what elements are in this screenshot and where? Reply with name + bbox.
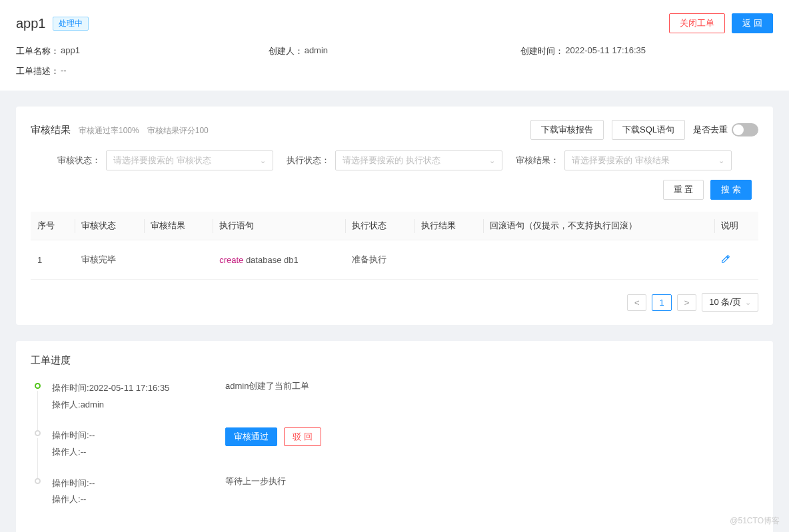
timeline-dot-done-icon: [35, 383, 41, 389]
creator-field: 创建人： admin: [269, 45, 521, 57]
pagination: < 1 > 10 条/页 ⌄: [31, 293, 758, 312]
cell-seq: 1: [31, 240, 75, 280]
reject-button[interactable]: 驳 回: [284, 427, 321, 446]
audit-result-card: 审核结果 审核通过率100% 审核结果评分100 下载审核报告 下载SQL语句 …: [16, 107, 773, 325]
chevron-down-icon: ⌄: [260, 156, 266, 165]
exec-status-filter-label: 执行状态：: [287, 154, 330, 166]
col-seq: 序号: [31, 212, 75, 240]
progress-card: 工单进度 操作时间:2022-05-11 17:16:35 操作人:admin …: [16, 341, 773, 532]
col-rollback: 回滚语句（仅提示，不支持执行回滚）: [483, 212, 714, 240]
download-report-button[interactable]: 下载审核报告: [530, 120, 604, 140]
page-title: app1: [16, 16, 46, 31]
col-desc: 说明: [714, 212, 758, 240]
timeline-dot-icon: [35, 430, 41, 436]
audit-result-select[interactable]: 请选择要搜索的 审核结果 ⌄: [564, 150, 732, 170]
timeline-item: 操作时间:-- 操作人:-- 等待上一步执行: [35, 475, 758, 523]
page-size-select[interactable]: 10 条/页 ⌄: [702, 293, 758, 312]
timeline-content: 等待上一步执行: [225, 475, 286, 508]
chevron-down-icon: ⌄: [718, 156, 724, 165]
created-time-field: 创建时间： 2022-05-11 17:16:35: [520, 45, 773, 57]
chevron-down-icon: ⌄: [489, 156, 495, 165]
audit-table: 序号 审核状态 审核结果 执行语句 执行状态 执行结果 回滚语句（仅提示，不支持…: [31, 212, 758, 280]
timeline-content: admin创建了当前工单: [225, 380, 309, 413]
cell-exec-status: 准备执行: [345, 240, 414, 280]
close-ticket-button[interactable]: 关闭工单: [669, 13, 725, 33]
reset-button[interactable]: 重 置: [663, 180, 704, 200]
creator-value: admin: [305, 45, 328, 57]
created-time-label: 创建时间：: [520, 45, 564, 57]
next-page-button[interactable]: >: [677, 294, 697, 311]
approve-button[interactable]: 审核通过: [225, 427, 277, 446]
col-audit-result: 审核结果: [144, 212, 213, 240]
audit-result-filter-label: 审核结果：: [516, 154, 559, 166]
timeline-item: 操作时间:2022-05-11 17:16:35 操作人:admin admin…: [35, 380, 758, 427]
audit-status-filter-label: 审核状态：: [57, 154, 101, 166]
ticket-name-field: 工单名称： app1: [16, 45, 269, 57]
description-label: 工单描述：: [16, 65, 59, 77]
audit-status-select[interactable]: 请选择要搜索的 审核状态 ⌄: [106, 150, 273, 170]
audit-pass-rate: 审核通过率100%: [79, 125, 139, 136]
search-button[interactable]: 搜 索: [710, 180, 752, 200]
audit-score: 审核结果评分100: [147, 125, 209, 136]
cell-sql: create database db1: [213, 240, 345, 280]
ticket-name-value: app1: [61, 45, 80, 57]
description-value: --: [61, 65, 67, 77]
page-1-button[interactable]: 1: [652, 294, 671, 311]
cell-exec-result: [414, 240, 484, 280]
col-exec-result: 执行结果: [414, 212, 484, 240]
timeline: 操作时间:2022-05-11 17:16:35 操作人:admin admin…: [31, 380, 758, 523]
chevron-down-icon: ⌄: [745, 298, 751, 307]
watermark: @51CTO博客: [730, 515, 780, 527]
prev-page-button[interactable]: <: [627, 294, 647, 311]
description-field: 工单描述： --: [16, 65, 269, 77]
status-badge: 处理中: [53, 17, 89, 31]
download-sql-button[interactable]: 下载SQL语句: [612, 120, 685, 140]
cell-rollback: [483, 240, 714, 280]
back-button[interactable]: 返 回: [732, 13, 773, 33]
col-exec-status: 执行状态: [345, 212, 414, 240]
col-audit-status: 审核状态: [75, 212, 144, 240]
col-exec-sql: 执行语句: [213, 212, 345, 240]
cell-audit-result: [144, 240, 213, 280]
ticket-header: app1 处理中 关闭工单 返 回 工单名称： app1 创建人： admin …: [0, 0, 789, 91]
created-time-value: 2022-05-11 17:16:35: [565, 45, 646, 57]
dedup-switch[interactable]: [732, 123, 758, 136]
ticket-name-label: 工单名称：: [16, 45, 59, 57]
cell-audit-status: 审核完毕: [75, 240, 144, 280]
audit-result-title: 审核结果: [31, 124, 71, 136]
table-row: 1 审核完毕 create database db1 准备执行: [31, 240, 758, 280]
edit-icon[interactable]: [721, 256, 730, 266]
timeline-dot-icon: [35, 478, 41, 484]
cell-desc: [714, 240, 758, 280]
dedup-label: 是否去重: [693, 124, 728, 136]
timeline-item: 操作时间:-- 操作人:-- 审核通过 驳 回: [35, 427, 758, 475]
exec-status-select[interactable]: 请选择要搜索的 执行状态 ⌄: [335, 150, 502, 170]
creator-label: 创建人：: [269, 45, 303, 57]
progress-title: 工单进度: [31, 354, 758, 367]
